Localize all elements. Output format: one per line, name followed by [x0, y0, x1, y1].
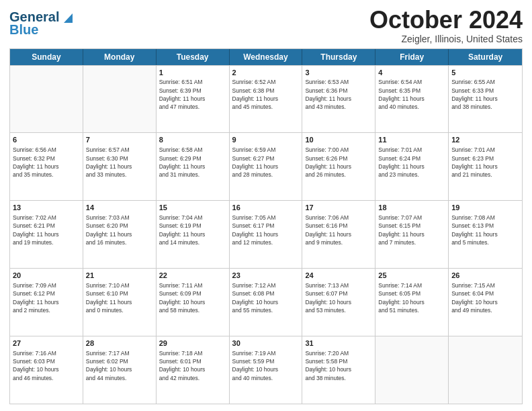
- day-cell-31: 31Sunrise: 7:20 AM Sunset: 5:58 PM Dayli…: [302, 336, 375, 404]
- day-number: 28: [86, 338, 153, 349]
- day-number: 29: [159, 338, 226, 349]
- day-info: Sunrise: 7:12 AM Sunset: 6:08 PM Dayligh…: [232, 282, 279, 314]
- calendar-header: SundayMondayTuesdayWednesdayThursdayFrid…: [10, 49, 522, 65]
- day-cell-4: 4Sunrise: 6:54 AM Sunset: 6:35 PM Daylig…: [375, 66, 449, 133]
- day-cell-13: 13Sunrise: 7:02 AM Sunset: 6:21 PM Dayli…: [10, 201, 83, 268]
- header-day-friday: Friday: [375, 49, 449, 65]
- day-cell-23: 23Sunrise: 7:12 AM Sunset: 6:08 PM Dayli…: [230, 269, 303, 336]
- header-day-monday: Monday: [83, 49, 157, 65]
- day-info: Sunrise: 7:09 AM Sunset: 6:12 PM Dayligh…: [13, 282, 59, 314]
- day-info: Sunrise: 7:18 AM Sunset: 6:01 PM Dayligh…: [159, 350, 206, 381]
- header-day-tuesday: Tuesday: [157, 49, 230, 65]
- day-cell-9: 9Sunrise: 6:59 AM Sunset: 6:27 PM Daylig…: [230, 133, 303, 200]
- day-info: Sunrise: 7:04 AM Sunset: 6:19 PM Dayligh…: [159, 214, 206, 246]
- day-cell-14: 14Sunrise: 7:03 AM Sunset: 6:20 PM Dayli…: [83, 201, 157, 268]
- day-info: Sunrise: 7:19 AM Sunset: 5:59 PM Dayligh…: [232, 350, 279, 381]
- header-day-wednesday: Wednesday: [230, 49, 303, 65]
- day-cell-27: 27Sunrise: 7:16 AM Sunset: 6:03 PM Dayli…: [10, 336, 83, 404]
- day-number: 30: [232, 338, 300, 349]
- day-cell-20: 20Sunrise: 7:09 AM Sunset: 6:12 PM Dayli…: [10, 269, 83, 336]
- day-number: 11: [378, 135, 445, 145]
- day-cell-22: 22Sunrise: 7:11 AM Sunset: 6:09 PM Dayli…: [157, 269, 230, 336]
- logo-icon: [60, 11, 73, 23]
- day-cell-2: 2Sunrise: 6:52 AM Sunset: 6:38 PM Daylig…: [230, 66, 303, 133]
- month-title: October 2024: [369, 7, 523, 34]
- day-number: 17: [305, 203, 372, 213]
- day-number: 19: [451, 203, 519, 213]
- day-cell-12: 12Sunrise: 7:01 AM Sunset: 6:23 PM Dayli…: [449, 133, 522, 200]
- day-cell-18: 18Sunrise: 7:07 AM Sunset: 6:15 PM Dayli…: [375, 201, 449, 268]
- day-info: Sunrise: 6:51 AM Sunset: 6:39 PM Dayligh…: [159, 79, 206, 110]
- day-info: Sunrise: 6:55 AM Sunset: 6:33 PM Dayligh…: [451, 79, 498, 110]
- day-number: 20: [13, 271, 80, 281]
- header-day-saturday: Saturday: [449, 49, 522, 65]
- day-number: 10: [305, 135, 372, 145]
- day-info: Sunrise: 7:02 AM Sunset: 6:21 PM Dayligh…: [13, 214, 59, 246]
- calendar-week-1: 1Sunrise: 6:51 AM Sunset: 6:39 PM Daylig…: [10, 65, 522, 133]
- day-cell-19: 19Sunrise: 7:08 AM Sunset: 6:13 PM Dayli…: [449, 201, 522, 268]
- day-info: Sunrise: 7:07 AM Sunset: 6:15 PM Dayligh…: [378, 214, 425, 246]
- day-info: Sunrise: 6:56 AM Sunset: 6:32 PM Dayligh…: [13, 146, 59, 178]
- title-block: October 2024 Zeigler, Illinois, United S…: [369, 7, 523, 44]
- day-info: Sunrise: 7:08 AM Sunset: 6:13 PM Dayligh…: [451, 214, 498, 246]
- day-info: Sunrise: 6:57 AM Sunset: 6:30 PM Dayligh…: [86, 146, 132, 178]
- day-number: 6: [13, 135, 80, 145]
- day-number: 2: [232, 68, 300, 78]
- empty-cell: [375, 336, 449, 404]
- day-info: Sunrise: 7:11 AM Sunset: 6:09 PM Dayligh…: [159, 282, 206, 314]
- day-number: 13: [13, 203, 80, 213]
- day-number: 21: [86, 271, 153, 281]
- logo: General Blue: [9, 9, 73, 38]
- day-cell-8: 8Sunrise: 6:58 AM Sunset: 6:29 PM Daylig…: [157, 133, 230, 200]
- day-cell-17: 17Sunrise: 7:06 AM Sunset: 6:16 PM Dayli…: [302, 201, 375, 268]
- day-info: Sunrise: 7:03 AM Sunset: 6:20 PM Dayligh…: [86, 214, 132, 246]
- day-info: Sunrise: 7:01 AM Sunset: 6:23 PM Dayligh…: [451, 146, 498, 178]
- day-cell-26: 26Sunrise: 7:15 AM Sunset: 6:04 PM Dayli…: [449, 269, 522, 336]
- day-number: 27: [13, 338, 80, 349]
- day-number: 24: [305, 271, 372, 281]
- day-info: Sunrise: 7:16 AM Sunset: 6:03 PM Dayligh…: [13, 350, 59, 381]
- day-cell-7: 7Sunrise: 6:57 AM Sunset: 6:30 PM Daylig…: [83, 133, 157, 200]
- day-cell-28: 28Sunrise: 7:17 AM Sunset: 6:02 PM Dayli…: [83, 336, 157, 404]
- day-info: Sunrise: 6:52 AM Sunset: 6:38 PM Dayligh…: [232, 79, 279, 110]
- day-info: Sunrise: 7:14 AM Sunset: 6:05 PM Dayligh…: [378, 282, 425, 314]
- day-info: Sunrise: 7:10 AM Sunset: 6:10 PM Dayligh…: [86, 282, 132, 314]
- day-info: Sunrise: 6:53 AM Sunset: 6:36 PM Dayligh…: [305, 79, 351, 110]
- day-cell-21: 21Sunrise: 7:10 AM Sunset: 6:10 PM Dayli…: [83, 269, 157, 336]
- calendar-body: 1Sunrise: 6:51 AM Sunset: 6:39 PM Daylig…: [10, 65, 522, 404]
- calendar-week-4: 20Sunrise: 7:09 AM Sunset: 6:12 PM Dayli…: [10, 268, 522, 336]
- day-info: Sunrise: 7:13 AM Sunset: 6:07 PM Dayligh…: [305, 282, 351, 314]
- day-number: 9: [232, 135, 300, 145]
- calendar-week-2: 6Sunrise: 6:56 AM Sunset: 6:32 PM Daylig…: [10, 132, 522, 200]
- day-cell-29: 29Sunrise: 7:18 AM Sunset: 6:01 PM Dayli…: [157, 336, 230, 404]
- header: General Blue October 2024 Zeigler, Illin…: [9, 7, 523, 44]
- header-day-thursday: Thursday: [302, 49, 375, 65]
- day-info: Sunrise: 7:00 AM Sunset: 6:26 PM Dayligh…: [305, 146, 351, 178]
- day-cell-25: 25Sunrise: 7:14 AM Sunset: 6:05 PM Dayli…: [375, 269, 449, 336]
- header-day-sunday: Sunday: [10, 49, 83, 65]
- logo-blue: Blue: [9, 22, 38, 38]
- calendar-week-5: 27Sunrise: 7:16 AM Sunset: 6:03 PM Dayli…: [10, 336, 522, 404]
- day-cell-15: 15Sunrise: 7:04 AM Sunset: 6:19 PM Dayli…: [157, 201, 230, 268]
- day-number: 16: [232, 203, 300, 213]
- day-cell-10: 10Sunrise: 7:00 AM Sunset: 6:26 PM Dayli…: [302, 133, 375, 200]
- calendar: SundayMondayTuesdayWednesdayThursdayFrid…: [9, 48, 523, 404]
- day-number: 25: [378, 271, 445, 281]
- svg-marker-0: [64, 13, 73, 23]
- day-number: 5: [451, 68, 519, 78]
- day-number: 14: [86, 203, 153, 213]
- day-number: 12: [451, 135, 519, 145]
- day-info: Sunrise: 7:17 AM Sunset: 6:02 PM Dayligh…: [86, 350, 132, 381]
- day-cell-6: 6Sunrise: 6:56 AM Sunset: 6:32 PM Daylig…: [10, 133, 83, 200]
- day-cell-5: 5Sunrise: 6:55 AM Sunset: 6:33 PM Daylig…: [449, 66, 522, 133]
- day-info: Sunrise: 7:06 AM Sunset: 6:16 PM Dayligh…: [305, 214, 351, 246]
- day-number: 22: [159, 271, 226, 281]
- day-number: 26: [451, 271, 519, 281]
- empty-cell: [10, 66, 83, 133]
- day-number: 23: [232, 271, 300, 281]
- day-info: Sunrise: 6:58 AM Sunset: 6:29 PM Dayligh…: [159, 146, 206, 178]
- day-number: 15: [159, 203, 226, 213]
- day-number: 1: [159, 68, 226, 78]
- day-info: Sunrise: 6:59 AM Sunset: 6:27 PM Dayligh…: [232, 146, 279, 178]
- day-info: Sunrise: 7:01 AM Sunset: 6:24 PM Dayligh…: [378, 146, 425, 178]
